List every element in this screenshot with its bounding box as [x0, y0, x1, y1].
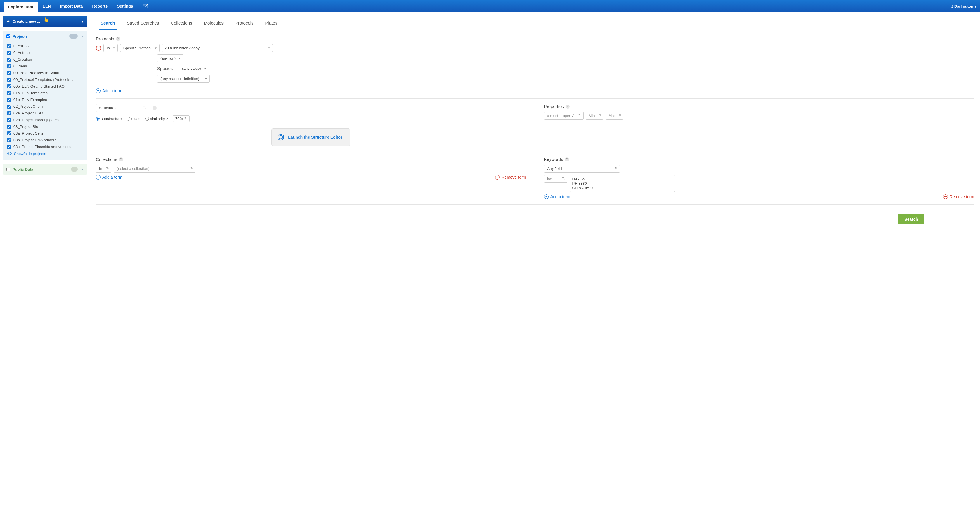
- keywords-remove-term[interactable]: Remove term: [943, 194, 974, 199]
- user-name: J Darlington: [951, 4, 973, 8]
- subtab-collections[interactable]: Collections: [169, 18, 194, 30]
- projects-checkbox-all[interactable]: [6, 35, 10, 38]
- species-value-dropdown[interactable]: (any value): [179, 65, 208, 72]
- similarity-radio[interactable]: similarity ≥: [145, 116, 168, 121]
- protocol-in-dropdown[interactable]: In: [103, 44, 118, 52]
- project-label: 03_Project Bio: [13, 124, 38, 129]
- top-tab-explore-data[interactable]: Explore Data: [3, 2, 38, 12]
- project-item[interactable]: 03_Project Bio: [6, 123, 85, 130]
- project-checkbox[interactable]: [7, 57, 11, 62]
- project-item[interactable]: 0_Autotaxin: [6, 49, 85, 56]
- subtab-protocols[interactable]: Protocols: [234, 18, 255, 30]
- project-item[interactable]: 02_Project Chem: [6, 103, 85, 110]
- subtab-search[interactable]: Search: [99, 18, 117, 30]
- property-select[interactable]: (select property): [544, 112, 584, 120]
- project-checkbox[interactable]: [7, 125, 11, 129]
- project-label: 00b_ELN Getting Started FAQ: [13, 84, 65, 89]
- public-data-checkbox[interactable]: [6, 168, 10, 171]
- launch-structure-editor[interactable]: Launch the Structure Editor: [272, 128, 350, 146]
- project-label: 01b_ELN Examples: [13, 97, 47, 102]
- projects-panel-header[interactable]: Projects 36 ▲: [3, 31, 87, 41]
- project-checkbox[interactable]: [7, 44, 11, 48]
- minus-circle-icon: [943, 194, 948, 199]
- project-item[interactable]: 00_Protocol Templates (Protocols ...: [6, 76, 85, 83]
- project-label: 00_Best Practices for Vault: [13, 71, 59, 75]
- project-item[interactable]: 03a_Project Cells: [6, 130, 85, 136]
- project-checkbox[interactable]: [7, 105, 11, 109]
- protocol-assay-dropdown[interactable]: ATX Inhibition Assay: [162, 44, 273, 52]
- keywords-add-term[interactable]: + Add a term: [544, 194, 570, 199]
- project-item[interactable]: 0_Creation: [6, 56, 85, 63]
- project-checkbox[interactable]: [7, 111, 11, 115]
- substructure-radio[interactable]: substructure: [96, 116, 122, 121]
- project-checkbox[interactable]: [7, 64, 11, 68]
- chevron-down-icon: ▾: [974, 4, 977, 8]
- show-hide-projects[interactable]: Show/hide projects: [6, 150, 85, 157]
- keywords-op-dropdown[interactable]: has: [544, 175, 568, 183]
- subtab-molecules[interactable]: Molecules: [202, 18, 226, 30]
- substructure-label: substructure: [101, 116, 122, 121]
- project-item[interactable]: 02a_Project HSM: [6, 110, 85, 116]
- project-item[interactable]: 00_Best Practices for Vault: [6, 70, 85, 76]
- project-item[interactable]: 00b_ELN Getting Started FAQ: [6, 83, 85, 90]
- project-checkbox[interactable]: [7, 145, 11, 149]
- top-tab-reports[interactable]: Reports: [88, 0, 112, 12]
- divider: [96, 151, 974, 152]
- top-tab-import-data[interactable]: Import Data: [56, 0, 88, 12]
- top-tab-settings[interactable]: Settings: [112, 0, 138, 12]
- project-checkbox[interactable]: [7, 51, 11, 55]
- structures-dropdown[interactable]: Structures: [96, 104, 148, 112]
- collections-add-term[interactable]: + Add a term: [96, 175, 122, 179]
- project-checkbox[interactable]: [7, 132, 11, 135]
- keywords-textarea[interactable]: HA-155 PF-8380 GLPG-1690: [570, 175, 675, 192]
- project-item[interactable]: 01a_ELN Templates: [6, 90, 85, 96]
- user-menu[interactable]: J Darlington ▾: [951, 4, 977, 8]
- subtab-saved-searches[interactable]: Saved Searches: [125, 18, 161, 30]
- top-tab-eln[interactable]: ELN: [38, 0, 56, 12]
- project-item[interactable]: 0_A1055: [6, 43, 85, 49]
- protocols-add-term[interactable]: + Add a term: [96, 89, 122, 93]
- public-data-title: Public Data: [13, 167, 71, 172]
- create-new-main[interactable]: ＋ Create a new ...: [3, 16, 78, 27]
- help-icon[interactable]: ?: [119, 157, 123, 162]
- project-checkbox[interactable]: [7, 118, 11, 122]
- svg-marker-3: [279, 135, 283, 139]
- protocol-run-dropdown[interactable]: (any run): [157, 54, 183, 62]
- project-item[interactable]: 01b_ELN Examples: [6, 96, 85, 103]
- projects-list[interactable]: 0_A1055 0_Autotaxin 0_Creation 0_Ideas 0…: [3, 41, 87, 160]
- show-hide-label: Show/hide projects: [14, 152, 46, 156]
- help-icon[interactable]: ?: [153, 106, 157, 110]
- help-icon[interactable]: ?: [116, 37, 120, 41]
- collections-remove-term[interactable]: Remove term: [495, 175, 526, 179]
- help-icon[interactable]: ?: [566, 105, 570, 109]
- readout-dropdown[interactable]: (any readout definition): [157, 75, 210, 82]
- remove-protocol-term[interactable]: [96, 46, 101, 51]
- project-checkbox[interactable]: [7, 91, 11, 95]
- project-item[interactable]: 02b_Project Bioconjugates: [6, 116, 85, 123]
- project-checkbox[interactable]: [7, 98, 11, 102]
- project-checkbox[interactable]: [7, 138, 11, 142]
- property-min-input[interactable]: Min: [586, 112, 603, 120]
- project-label: 03b_Project DNA primers: [13, 138, 56, 142]
- protocol-type-dropdown[interactable]: Specific Protocol: [120, 44, 159, 52]
- project-item[interactable]: 03b_Project DNA primers: [6, 136, 85, 143]
- create-new-dropdown[interactable]: ▾: [78, 16, 87, 27]
- collections-in-dropdown[interactable]: In: [96, 165, 111, 173]
- property-max-input[interactable]: Max: [606, 112, 623, 120]
- help-icon[interactable]: ?: [565, 157, 569, 162]
- project-item[interactable]: 03c_Project Plasmids and vectors: [6, 143, 85, 150]
- project-checkbox[interactable]: [7, 71, 11, 75]
- projects-count-badge: 36: [69, 34, 78, 38]
- project-item[interactable]: 0_Ideas: [6, 63, 85, 70]
- search-button[interactable]: Search: [898, 214, 924, 225]
- keywords-field-dropdown[interactable]: Any field: [544, 165, 620, 173]
- exact-radio[interactable]: exact: [127, 116, 140, 121]
- project-checkbox[interactable]: [7, 84, 11, 89]
- collections-select[interactable]: (select a collection): [114, 165, 196, 173]
- similarity-pct-dropdown[interactable]: 70%: [173, 115, 189, 122]
- project-checkbox[interactable]: [7, 78, 11, 82]
- subtab-plates[interactable]: Plates: [264, 18, 279, 30]
- create-new-button[interactable]: ＋ Create a new ... ▾: [3, 16, 87, 27]
- messages-icon[interactable]: [138, 0, 153, 12]
- public-data-header[interactable]: Public Data 0 ▼: [3, 164, 87, 174]
